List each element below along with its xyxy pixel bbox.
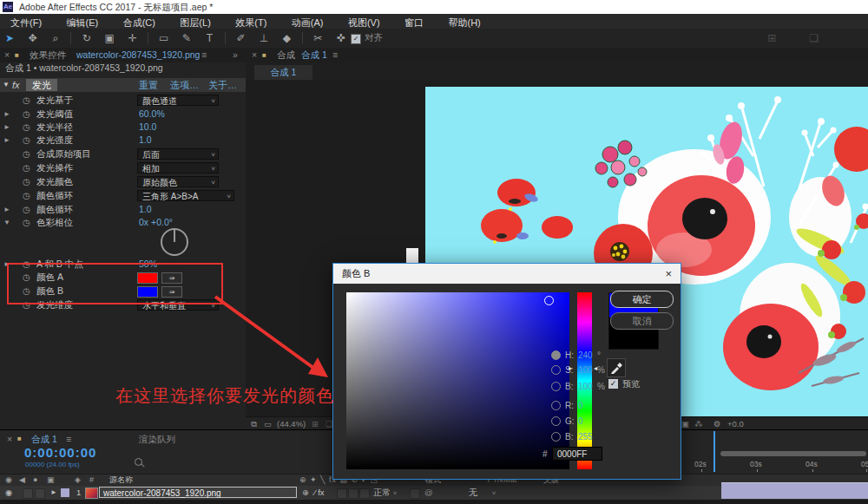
- stopwatch-icon[interactable]: ◷: [23, 203, 30, 216]
- glow-colors-dropdown[interactable]: 原始颜色˅: [137, 176, 219, 187]
- saturation-brightness-field[interactable]: [346, 292, 569, 469]
- ok-button[interactable]: 确定: [610, 291, 674, 308]
- s-radio[interactable]: [551, 365, 561, 375]
- panel-overflow-icon[interactable]: »: [233, 48, 238, 62]
- monitor-icon[interactable]: ▭: [264, 417, 272, 430]
- audio-icon[interactable]: ◀: [19, 475, 25, 486]
- rotation-tool-icon[interactable]: ↻: [77, 29, 96, 48]
- selection-tool-icon[interactable]: ➤: [0, 29, 19, 48]
- composition-tab[interactable]: × ■ 合成 合成 1 ≡: [246, 48, 868, 62]
- panel-menu-icon[interactable]: ≡: [332, 48, 338, 62]
- exposure-value[interactable]: +0.0: [727, 417, 744, 430]
- switch-box[interactable]: [348, 488, 358, 499]
- exposure-gear-icon[interactable]: ⚙: [713, 417, 721, 430]
- color-field-selector[interactable]: [544, 296, 554, 305]
- twirl-icon[interactable]: ►: [3, 134, 12, 147]
- workspace-icon[interactable]: ❏: [805, 29, 824, 48]
- type-tool-icon[interactable]: T: [201, 29, 220, 48]
- eye-icon[interactable]: ◉: [5, 486, 12, 500]
- property-value[interactable]: 1.0: [139, 134, 152, 147]
- stopwatch-icon[interactable]: ◷: [23, 94, 30, 107]
- hex-input[interactable]: 0000FF: [552, 447, 602, 461]
- hand-tool-icon[interactable]: ✥: [23, 29, 42, 48]
- solo-toggle[interactable]: [35, 488, 45, 499]
- r-value[interactable]: 0: [578, 401, 583, 410]
- stopwatch-icon[interactable]: ◷: [23, 121, 30, 134]
- search-icon[interactable]: [135, 458, 142, 466]
- pan-behind-tool-icon[interactable]: ✛: [123, 29, 142, 48]
- eraser-tool-icon[interactable]: ◆: [277, 29, 296, 48]
- timeline-horizontal-scrollbar[interactable]: [720, 451, 866, 456]
- s-value[interactable]: 100: [578, 365, 593, 375]
- label-color-swatch[interactable]: [61, 488, 69, 497]
- r-radio[interactable]: [551, 401, 561, 410]
- workspace-icon[interactable]: ⊞: [762, 29, 781, 48]
- shy-switch-icon[interactable]: ⊕: [302, 486, 309, 500]
- stopwatch-icon[interactable]: ◷: [23, 108, 30, 121]
- property-value[interactable]: 10.0: [139, 121, 156, 134]
- color-looping-dropdown[interactable]: 三角形 A>B>A˅: [137, 190, 234, 201]
- twirl-icon[interactable]: ►: [50, 486, 57, 500]
- twirl-icon[interactable]: ►: [3, 121, 12, 134]
- b-radio[interactable]: [551, 382, 561, 391]
- audio-toggle[interactable]: [23, 488, 33, 499]
- blend-mode-dropdown[interactable]: 正常 ˅: [373, 487, 397, 498]
- close-icon[interactable]: ×: [252, 48, 257, 62]
- glow-operation-dropdown[interactable]: 相加˅: [137, 162, 219, 173]
- brush-tool-icon[interactable]: ✐: [231, 29, 250, 48]
- camera-view-icon[interactable]: ▣: [681, 417, 689, 430]
- render-queue-tab[interactable]: 渲染队列: [139, 431, 175, 447]
- property-value[interactable]: 1.0: [139, 203, 152, 216]
- twirl-icon[interactable]: ►: [3, 108, 12, 121]
- mask-shape-tool-icon[interactable]: ▭: [155, 29, 174, 48]
- label-color-icon[interactable]: ◈: [75, 475, 81, 486]
- switch-box[interactable]: [359, 488, 370, 499]
- glow-based-on-dropdown[interactable]: 颜色通道˅: [137, 95, 219, 106]
- stopwatch-icon[interactable]: ◷: [23, 134, 30, 147]
- layer-duration-bar[interactable]: [721, 482, 868, 499]
- composite-original-dropdown[interactable]: 后面˅: [137, 148, 219, 160]
- layer-number-icon[interactable]: #: [89, 475, 94, 486]
- grid-options-icon[interactable]: ⊞: [312, 417, 319, 430]
- color-phase-dial[interactable]: [160, 227, 189, 257]
- close-icon[interactable]: ×: [4, 48, 10, 62]
- fx-icon[interactable]: fx: [12, 78, 20, 92]
- h-radio[interactable]: [551, 350, 561, 360]
- b2-radio[interactable]: [551, 432, 561, 442]
- b-value[interactable]: 100: [578, 382, 593, 391]
- view-layout-icon[interactable]: ⁂: [694, 417, 703, 430]
- layer-fx-icon[interactable]: ⁄ fx: [314, 486, 325, 500]
- stamp-tool-icon[interactable]: ⊥: [254, 29, 273, 48]
- cancel-button[interactable]: 取消: [610, 312, 674, 330]
- camera-tool-icon[interactable]: ▣: [100, 29, 119, 48]
- lock-icon[interactable]: ▣: [47, 475, 55, 486]
- snap-checkbox[interactable]: ✓: [351, 34, 361, 44]
- source-name-column-header[interactable]: 源名称: [109, 475, 133, 486]
- current-time-display[interactable]: 0:00:00:00: [24, 445, 96, 460]
- preview-checkbox[interactable]: ✓: [608, 379, 618, 389]
- pen-tool-icon[interactable]: ✎: [177, 29, 196, 48]
- solo-icon[interactable]: ●: [33, 475, 37, 486]
- g-radio[interactable]: [551, 416, 561, 426]
- eyedropper-button[interactable]: [607, 358, 626, 377]
- panel-menu-icon[interactable]: ≡: [201, 48, 207, 62]
- zoom-tool-icon[interactable]: ⌕: [46, 29, 65, 48]
- region-of-interest-icon[interactable]: ⧉: [251, 417, 257, 430]
- reset-link[interactable]: 重置: [139, 78, 158, 92]
- effect-header-row[interactable]: ▼ fx 发光 重置 选项… 关于…: [0, 78, 246, 92]
- layer-source-name[interactable]: watercolor-2087453_1920.png: [99, 487, 297, 498]
- stopwatch-icon[interactable]: ◷: [23, 161, 30, 174]
- about-link[interactable]: 关于…: [208, 78, 237, 92]
- b2-value[interactable]: 255: [578, 432, 593, 442]
- current-time-indicator[interactable]: [713, 431, 715, 472]
- trkmat-box[interactable]: [410, 488, 420, 499]
- close-icon[interactable]: ×: [665, 264, 672, 284]
- parent-dropdown[interactable]: 无 ˅: [469, 487, 496, 498]
- twirl-down-icon[interactable]: ▼: [3, 78, 10, 92]
- viewer-tab[interactable]: 合成 1: [254, 65, 312, 80]
- effect-name[interactable]: 发光: [26, 79, 57, 91]
- effect-controls-tab[interactable]: × ■ 效果控件 watercolor-2087453_1920.png ≡ »: [0, 48, 246, 62]
- stopwatch-icon[interactable]: ◷: [23, 147, 30, 160]
- dialog-titlebar[interactable]: 颜色 B ×: [333, 264, 681, 284]
- stopwatch-icon[interactable]: ◷: [23, 216, 30, 229]
